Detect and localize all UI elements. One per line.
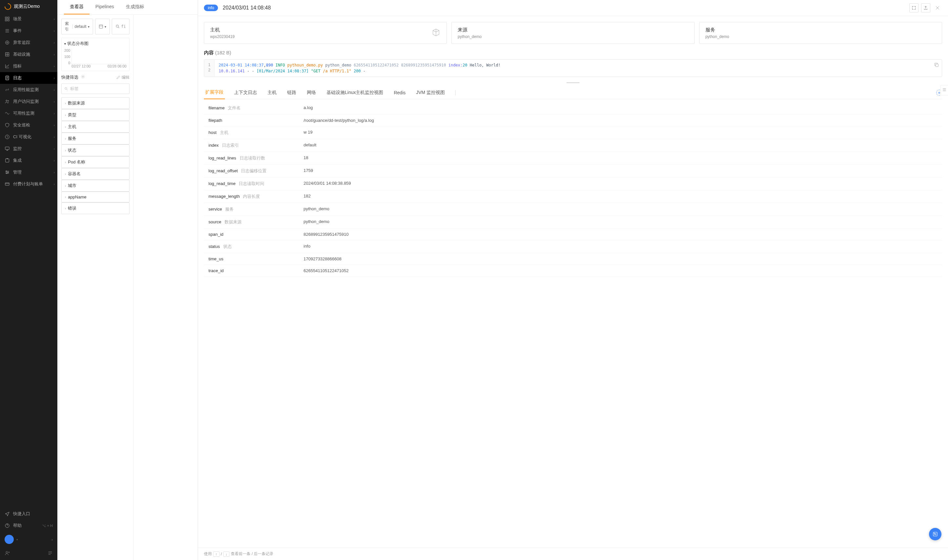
sidebar: 观测云Demo 场景›事件›异常追踪›基础设施›指标›日志›应用性能监测›用户访… bbox=[0, 0, 57, 560]
sidebar-item-wave[interactable]: 可用性监测› bbox=[0, 108, 57, 119]
field-row[interactable]: status状态info bbox=[204, 240, 942, 253]
tab-0[interactable]: 查看器 bbox=[64, 0, 90, 14]
sidebar-item-card[interactable]: 付费计划与账单› bbox=[0, 178, 57, 190]
chevron-right-icon: › bbox=[54, 171, 55, 174]
sidebar-item-target[interactable]: 异常追踪› bbox=[0, 37, 57, 48]
sidebar-item-grid[interactable]: 基础设施› bbox=[0, 48, 57, 60]
detail-tab[interactable]: 网络 bbox=[306, 86, 317, 99]
user-placeholder-icon: ▪ bbox=[16, 537, 18, 542]
tab-1[interactable]: Pipelines bbox=[90, 0, 120, 14]
field-row[interactable]: filepath/root/guance/dd-test/python_log/… bbox=[204, 115, 942, 126]
filter-item[interactable]: ›数据来源 bbox=[61, 97, 130, 109]
field-row[interactable]: service服务python_demo bbox=[204, 203, 942, 216]
layout-icon bbox=[5, 16, 10, 22]
svg-point-22 bbox=[82, 76, 83, 77]
sidebar-foot-send[interactable]: 快捷入口 bbox=[0, 508, 57, 520]
shield-icon bbox=[5, 123, 10, 128]
sidebar-foot-help[interactable]: 帮助⌥ + H bbox=[0, 520, 57, 531]
copy-button[interactable] bbox=[934, 62, 939, 68]
edit-link[interactable]: 编辑 bbox=[116, 75, 130, 80]
sidebar-item-label: 场景 bbox=[13, 16, 22, 22]
detail-tab[interactable]: 上下文日志 bbox=[233, 86, 258, 99]
filter-title: 快捷筛选 bbox=[61, 74, 85, 80]
sidebar-item-chart[interactable]: 指标› bbox=[0, 60, 57, 72]
chevron-right-icon: › bbox=[65, 113, 66, 117]
search-icon bbox=[116, 24, 120, 29]
chart-title[interactable]: ▾ 状态分布图 bbox=[64, 41, 127, 46]
filter-item[interactable]: ›appName bbox=[61, 192, 130, 202]
left-panel: 索引 default ▾ ▾ fi ▾ bbox=[57, 15, 134, 560]
filter-item[interactable]: ›类型 bbox=[61, 109, 130, 121]
detail-tab[interactable]: 链路 bbox=[286, 86, 298, 99]
detail-tab[interactable]: 基础设施Linux主机监控视图 bbox=[325, 86, 384, 99]
field-row[interactable]: message_length内容长度182 bbox=[204, 190, 942, 203]
filter-item[interactable]: ›容器名 bbox=[61, 168, 130, 180]
sidebar-item-label: 应用性能监测 bbox=[13, 87, 39, 93]
field-row[interactable]: host主机w 19 bbox=[204, 126, 942, 139]
nav-user[interactable]: ▪ › bbox=[0, 531, 57, 547]
field-row[interactable]: trace_id6265541105122471052 bbox=[204, 265, 942, 277]
side-toggle[interactable] bbox=[940, 85, 948, 95]
svg-point-5 bbox=[6, 42, 8, 43]
filter-item[interactable]: ›服务 bbox=[61, 132, 130, 145]
field-row[interactable]: log_read_time日志读取时间2024/03/01 14:08:38.8… bbox=[204, 177, 942, 190]
chevron-right-icon: › bbox=[54, 159, 55, 162]
collapse-icon[interactable] bbox=[48, 551, 53, 557]
sidebar-item-layout[interactable]: 场景› bbox=[0, 13, 57, 25]
svg-point-21 bbox=[116, 25, 118, 27]
sidebar-item-settings[interactable]: 管理› bbox=[0, 166, 57, 178]
filter-item[interactable]: ›错误 bbox=[61, 202, 130, 214]
field-row[interactable]: filename文件名a.log bbox=[204, 102, 942, 115]
filter-item[interactable]: ›状态 bbox=[61, 145, 130, 156]
fullscreen-button[interactable] bbox=[909, 3, 919, 12]
chart-icon bbox=[5, 63, 10, 69]
brand[interactable]: 观测云Demo bbox=[0, 0, 57, 13]
detail-tab[interactable]: 主机 bbox=[266, 86, 278, 99]
sidebar-item-shield[interactable]: 安全巡检› bbox=[0, 119, 57, 131]
sidebar-item-link[interactable]: 应用性能监测› bbox=[0, 84, 57, 95]
puzzle-icon bbox=[5, 158, 10, 163]
svg-rect-20 bbox=[99, 25, 103, 29]
detail-tab[interactable]: Redis bbox=[392, 87, 407, 98]
index-selector[interactable]: 索引 default ▾ bbox=[61, 18, 93, 34]
chevron-right-icon: › bbox=[54, 182, 55, 186]
chevron-right-icon: › bbox=[54, 17, 55, 21]
detail-tab[interactable]: 扩展字段 bbox=[204, 86, 225, 99]
summary-card[interactable]: 服务python_demo bbox=[699, 22, 942, 44]
field-row[interactable]: log_read_lines日志读取行数18 bbox=[204, 152, 942, 165]
chevron-right-icon: › bbox=[65, 184, 66, 188]
wave-icon bbox=[5, 111, 10, 116]
export-button[interactable] bbox=[921, 3, 930, 12]
search-value: fi bbox=[121, 24, 126, 29]
field-row[interactable]: time_us1709273328866608 bbox=[204, 253, 942, 265]
tab-2[interactable]: 生成指标 bbox=[120, 0, 150, 14]
field-row[interactable]: span_id8268991235951475910 bbox=[204, 229, 942, 240]
sidebar-item-list[interactable]: 事件› bbox=[0, 25, 57, 37]
filter-item[interactable]: ›城市 bbox=[61, 180, 130, 192]
tag-input[interactable]: 标签 bbox=[61, 83, 130, 94]
sidebar-item-label: 监控 bbox=[13, 146, 22, 152]
summary-card[interactable]: 主机wps20230419 bbox=[204, 22, 447, 44]
sidebar-item-puzzle[interactable]: 集成› bbox=[0, 155, 57, 166]
detail-tab[interactable]: JVM 监控视图 bbox=[415, 86, 446, 99]
field-row[interactable]: index日志索引default bbox=[204, 139, 942, 152]
sidebar-item-users[interactable]: 用户访问监测› bbox=[0, 95, 57, 108]
summary-card[interactable]: 来源python_demo bbox=[451, 22, 694, 44]
send-icon bbox=[5, 511, 10, 517]
close-button[interactable] bbox=[933, 3, 942, 12]
user-add-icon[interactable] bbox=[5, 551, 10, 557]
sidebar-item-label: 日志 bbox=[13, 75, 22, 81]
field-row[interactable]: log_read_offset日志偏移位置1759 bbox=[204, 165, 942, 177]
filter-item[interactable]: ›主机 bbox=[61, 121, 130, 132]
filter-item[interactable]: ›Pod 名称 bbox=[61, 156, 130, 168]
sidebar-item-doc[interactable]: 日志› bbox=[0, 72, 57, 84]
search-input-wrap[interactable]: fi bbox=[112, 18, 130, 34]
resize-handle[interactable] bbox=[204, 82, 942, 83]
gear-icon[interactable] bbox=[81, 75, 85, 80]
fab-button[interactable] bbox=[929, 528, 942, 540]
sidebar-item-ci[interactable]: CI 可视化› bbox=[0, 131, 57, 143]
field-row[interactable]: source数据来源python_demo bbox=[204, 216, 942, 229]
view-toggle[interactable]: ▾ bbox=[95, 18, 110, 34]
sidebar-item-monitor[interactable]: 监控› bbox=[0, 143, 57, 155]
svg-rect-0 bbox=[5, 17, 7, 18]
